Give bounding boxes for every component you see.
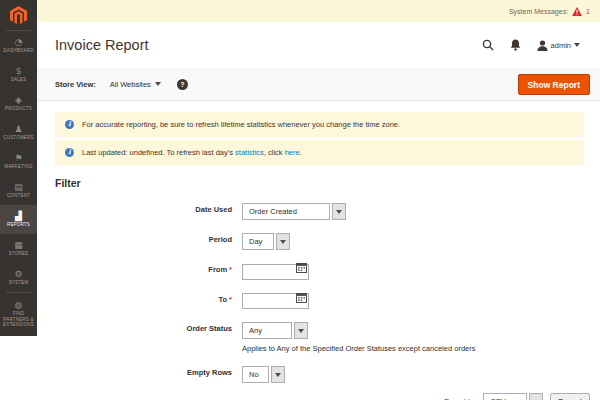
page-title: Invoice Report bbox=[55, 37, 482, 53]
field-row-date-used: Date Used Order Created bbox=[55, 200, 600, 220]
info-icon: i bbox=[65, 148, 74, 157]
field-row-period: Period Day bbox=[55, 230, 600, 250]
required-asterisk: * bbox=[229, 265, 232, 274]
system-messages-count: 1 bbox=[586, 8, 590, 15]
notice-text-part: Last updated: undefined. To refresh last… bbox=[82, 148, 235, 157]
select-caret-button[interactable] bbox=[332, 203, 346, 220]
notice-text: For accurate reporting, be sure to refre… bbox=[82, 120, 400, 129]
calendar-icon[interactable] bbox=[296, 262, 307, 273]
empty-rows-label: Empty Rows bbox=[55, 363, 232, 377]
search-icon[interactable] bbox=[482, 39, 494, 51]
sales-icon: $ bbox=[16, 66, 22, 76]
order-status-select[interactable]: Any bbox=[242, 322, 308, 339]
select-caret-button[interactable] bbox=[276, 233, 290, 250]
from-label-text: From bbox=[208, 265, 227, 274]
date-used-label: Date Used bbox=[55, 200, 232, 214]
sidebar-item-stores[interactable]: ▦ STORES bbox=[0, 234, 37, 263]
notifications-bell-icon[interactable] bbox=[510, 39, 521, 51]
date-used-select[interactable]: Order Created bbox=[242, 203, 346, 220]
sidebar-item-find-partners[interactable]: ◍ FIND PARTNERS & EXTENSIONS bbox=[0, 293, 37, 335]
export-button[interactable]: Export bbox=[550, 393, 590, 400]
products-icon: ◈ bbox=[15, 95, 22, 105]
sidebar-item-dashboard[interactable]: ◔ DASHBOARD bbox=[0, 31, 37, 60]
chevron-down-icon[interactable] bbox=[155, 82, 161, 86]
chevron-down-icon bbox=[336, 210, 342, 214]
chevron-down-icon bbox=[275, 373, 281, 377]
filter-form: Date Used Order Created Period Day From* bbox=[37, 200, 600, 383]
reports-icon: ▟ bbox=[15, 211, 22, 221]
statistics-link[interactable]: statistics bbox=[235, 148, 264, 157]
show-report-button[interactable]: Show Report bbox=[518, 74, 590, 95]
select-caret-button[interactable] bbox=[529, 393, 543, 400]
sidebar-item-customers[interactable]: ♟ CUSTOMERS bbox=[0, 118, 37, 147]
content-icon: ▤ bbox=[14, 182, 23, 192]
system-messages-label: System Messages: bbox=[509, 8, 568, 15]
sidebar-item-marketing[interactable]: ⚑ MARKETING bbox=[0, 147, 37, 176]
order-status-value: Any bbox=[242, 322, 292, 339]
notice-timezone: i For accurate reporting, be sure to ref… bbox=[55, 112, 584, 137]
empty-rows-value: No bbox=[242, 366, 269, 383]
filter-heading: Filter bbox=[55, 177, 600, 189]
export-row: Export to: CSV Export bbox=[37, 393, 600, 400]
from-label: From* bbox=[55, 260, 232, 274]
store-view-label: Store View: bbox=[55, 80, 96, 89]
export-format-select[interactable]: CSV bbox=[483, 393, 543, 400]
notice-text-part: . bbox=[300, 148, 302, 157]
notice-text: Last updated: undefined. To refresh last… bbox=[82, 148, 302, 157]
help-icon[interactable]: ? bbox=[177, 79, 188, 90]
chevron-down-icon bbox=[574, 43, 580, 47]
empty-rows-select[interactable]: No bbox=[242, 366, 285, 383]
chevron-down-icon bbox=[280, 240, 286, 244]
notice-text-part: , click bbox=[264, 148, 285, 157]
sidebar-item-products[interactable]: ◈ PRODUCTS bbox=[0, 89, 37, 118]
dashboard-icon: ◔ bbox=[15, 37, 23, 47]
notices: i For accurate reporting, be sure to ref… bbox=[55, 112, 584, 165]
field-row-to: To* bbox=[55, 290, 600, 310]
select-caret-button[interactable] bbox=[294, 322, 308, 339]
calendar-icon[interactable] bbox=[296, 292, 307, 303]
sidebar-item-system[interactable]: ⚙ SYSTEM bbox=[0, 263, 37, 292]
admin-account-menu[interactable]: admin bbox=[537, 40, 580, 51]
globe-icon: ◍ bbox=[15, 300, 23, 310]
date-used-value: Order Created bbox=[242, 203, 330, 220]
warning-icon bbox=[572, 7, 582, 16]
field-row-order-status: Order Status Any Applies to Any of the S… bbox=[55, 319, 600, 353]
order-status-note: Applies to Any of the Specified Order St… bbox=[242, 344, 475, 353]
admin-username: admin bbox=[551, 41, 571, 50]
sidebar-item-sales[interactable]: $ SALES bbox=[0, 60, 37, 89]
store-view-selected[interactable]: All Websites bbox=[110, 80, 151, 89]
select-caret-button[interactable] bbox=[271, 366, 285, 383]
system-messages-bar[interactable]: System Messages: 1 bbox=[37, 0, 600, 22]
store-view-toolbar: Store View: All Websites ? Show Report bbox=[37, 68, 600, 101]
field-row-from: From* bbox=[55, 260, 600, 280]
magento-logo-icon bbox=[10, 6, 27, 25]
main-content: System Messages: 1 Invoice Report bbox=[37, 0, 600, 400]
sidebar-item-reports[interactable]: ▟ REPORTS bbox=[0, 205, 37, 234]
export-format-value: CSV bbox=[483, 393, 527, 400]
system-icon: ⚙ bbox=[14, 269, 22, 279]
info-icon: i bbox=[65, 120, 74, 129]
order-status-label: Order Status bbox=[55, 319, 232, 333]
admin-sidebar: ◔ DASHBOARD $ SALES ◈ PRODUCTS ♟ CUSTOME… bbox=[0, 0, 37, 336]
required-asterisk: * bbox=[229, 295, 232, 304]
notice-last-updated: i Last updated: undefined. To refresh la… bbox=[55, 140, 584, 165]
to-label-text: To bbox=[218, 295, 227, 304]
stores-icon: ▦ bbox=[14, 240, 23, 250]
marketing-icon: ⚑ bbox=[14, 153, 22, 163]
customers-icon: ♟ bbox=[14, 124, 22, 134]
user-icon bbox=[537, 40, 548, 51]
here-link[interactable]: here bbox=[285, 148, 300, 157]
field-row-empty-rows: Empty Rows No bbox=[55, 363, 600, 383]
to-label: To* bbox=[55, 290, 232, 304]
period-select[interactable]: Day bbox=[242, 233, 290, 250]
sidebar-item-content[interactable]: ▤ CONTENT bbox=[0, 176, 37, 205]
magento-logo[interactable] bbox=[0, 0, 37, 30]
page-header: Invoice Report admin bbox=[37, 22, 600, 68]
period-value: Day bbox=[242, 233, 274, 250]
period-label: Period bbox=[55, 230, 232, 244]
chevron-down-icon bbox=[298, 329, 304, 333]
